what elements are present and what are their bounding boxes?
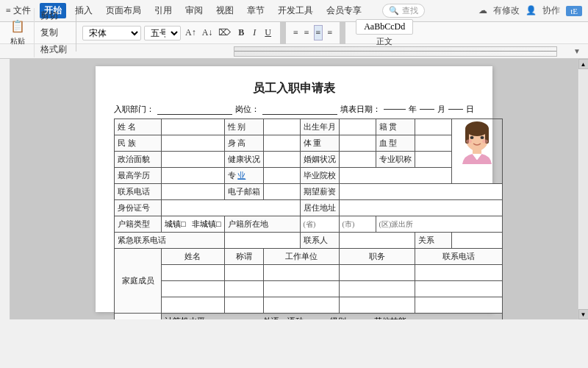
- separator2: [280, 22, 286, 44]
- dob-value[interactable]: [339, 119, 376, 135]
- title-bar: ≡ 文件 开始 插入 页面布局 引用 审阅 视图 章节 开发工具 会员专享 🔍 …: [0, 0, 588, 22]
- menu-chapter[interactable]: 章节: [243, 3, 269, 18]
- menu-insert[interactable]: 插入: [71, 3, 97, 18]
- marriage-value[interactable]: [339, 152, 376, 168]
- blood-label: 血 型: [376, 135, 415, 152]
- font-decrease-btn[interactable]: A↓: [201, 26, 215, 40]
- native-label: 籍 贯: [376, 119, 415, 135]
- title-label: 专业职称: [376, 152, 415, 168]
- underline-btn[interactable]: U: [262, 26, 274, 40]
- doc-container: 员工入职申请表 入职部门： 岗位： 填表日期： 年 月 日 姓 名: [10, 59, 578, 319]
- residence-value[interactable]: [339, 200, 502, 216]
- fam-rel-1[interactable]: [224, 265, 263, 281]
- fam-phone-1[interactable]: [415, 265, 502, 281]
- align-right-btn[interactable]: ≡: [314, 25, 323, 40]
- file-menu[interactable]: ≡ 文件: [6, 4, 31, 17]
- relation-label: 关系: [415, 233, 451, 249]
- skills-value[interactable]: 计算机水平： 外语：语种 级别 其他技能：: [162, 314, 503, 320]
- edu-value[interactable]: [162, 168, 225, 184]
- format-paint-btn[interactable]: 格式刷: [37, 42, 70, 57]
- align-justify-btn[interactable]: ≡: [326, 26, 334, 40]
- cut-btn[interactable]: 剪切: [37, 8, 70, 24]
- fam-pos-3[interactable]: [339, 297, 415, 314]
- hukou-province[interactable]: (省): [300, 216, 339, 233]
- font-increase-btn[interactable]: A↑: [184, 26, 198, 40]
- emergency-label: 紧急联系电话: [115, 233, 225, 249]
- major-link[interactable]: 业: [237, 171, 245, 180]
- table-row: 身份证号 居住地址: [115, 200, 503, 216]
- fam-company-2[interactable]: [263, 281, 339, 297]
- avatar-cell: [451, 119, 502, 184]
- id-label: 身份证号: [115, 200, 162, 216]
- hukou-type-value[interactable]: 城镇□ 非城镇□: [162, 216, 225, 233]
- scroll-up-btn[interactable]: ▲: [578, 59, 589, 69]
- bold-btn[interactable]: B: [235, 26, 247, 40]
- svg-point-9: [482, 140, 488, 144]
- fam-company-1[interactable]: [263, 265, 339, 281]
- gender-label: 性 别: [224, 119, 263, 135]
- relation-value[interactable]: [451, 233, 502, 249]
- political-value[interactable]: [162, 152, 225, 168]
- fam-name-1[interactable]: [162, 265, 225, 281]
- weight-value[interactable]: [339, 135, 376, 152]
- font-name-select[interactable]: 宋体: [82, 26, 141, 40]
- id-value[interactable]: [162, 200, 301, 216]
- fam-pos-1[interactable]: [339, 265, 415, 281]
- title-value[interactable]: [415, 152, 451, 168]
- fam-rel-3[interactable]: [224, 297, 263, 314]
- ruler: [234, 46, 557, 57]
- contact-value[interactable]: [339, 233, 415, 249]
- political-label: 政治面貌: [115, 152, 162, 168]
- modified-status: 有修改: [493, 4, 520, 17]
- hukou-city[interactable]: (市): [339, 216, 376, 233]
- menu-dev[interactable]: 开发工具: [273, 3, 318, 18]
- scrollbar-right[interactable]: ▲ ▼: [578, 59, 588, 319]
- school-value[interactable]: [339, 168, 451, 184]
- fam-name-2[interactable]: [162, 281, 225, 297]
- salary-value[interactable]: [339, 184, 502, 200]
- menu-review[interactable]: 审阅: [181, 3, 207, 18]
- table-row: 最高学历 专 业 毕业院校: [115, 168, 503, 184]
- emergency-value[interactable]: [224, 233, 300, 249]
- major-value[interactable]: [263, 168, 300, 184]
- scroll-down-btn[interactable]: ▼: [578, 309, 589, 319]
- name-value[interactable]: [162, 119, 225, 135]
- fam-name-3[interactable]: [162, 297, 225, 314]
- table-row: 技能特长及爱好 计算机水平： 外语：语种 级别 其他技能：: [115, 314, 503, 320]
- copy-btn[interactable]: 复制: [37, 25, 70, 40]
- phone-value[interactable]: [162, 184, 225, 200]
- dob-label: 出生年月: [300, 119, 339, 135]
- blood-value[interactable]: [415, 135, 451, 152]
- align-center-btn[interactable]: ≡: [303, 26, 311, 40]
- table-row: 政治面貌 健康状况 婚姻状况 专业职称: [115, 152, 503, 168]
- italic-btn[interactable]: I: [250, 26, 259, 40]
- nonurban-option: 非城镇□: [192, 219, 221, 228]
- font-size-select[interactable]: 五号: [144, 26, 181, 40]
- user-avatar[interactable]: tE: [566, 6, 582, 16]
- cloud-icon: ☁: [478, 5, 487, 16]
- email-value[interactable]: [263, 184, 300, 200]
- fam-phone-3[interactable]: [415, 297, 502, 314]
- hukou-district[interactable]: (区)派出所: [376, 216, 502, 233]
- menu-view[interactable]: 视图: [212, 3, 238, 18]
- paste-btn[interactable]: 📋 粘贴: [4, 16, 31, 49]
- fam-company-header: 工作单位: [263, 249, 339, 265]
- ethnicity-value[interactable]: [162, 135, 225, 152]
- gender-value[interactable]: [263, 119, 300, 135]
- fam-pos-2[interactable]: [339, 281, 415, 297]
- height-value[interactable]: [263, 135, 300, 152]
- fam-rel-2[interactable]: [224, 281, 263, 297]
- health-label: 健康状况: [224, 152, 263, 168]
- fam-phone-2[interactable]: [415, 281, 502, 297]
- residence-label: 居住地址: [300, 200, 339, 216]
- native-value[interactable]: [415, 119, 451, 135]
- phone-label: 联系电话: [115, 184, 162, 200]
- menu-layout[interactable]: 页面布局: [101, 3, 146, 18]
- menu-ref[interactable]: 引用: [150, 3, 176, 18]
- fam-company-3[interactable]: [263, 297, 339, 314]
- align-left-btn[interactable]: ≡: [292, 26, 300, 40]
- style-sample[interactable]: AaBbCcDd: [356, 19, 413, 35]
- health-value[interactable]: [263, 152, 300, 168]
- family-label: 家庭成员: [115, 249, 162, 314]
- clear-format-btn[interactable]: ⌦: [217, 26, 232, 40]
